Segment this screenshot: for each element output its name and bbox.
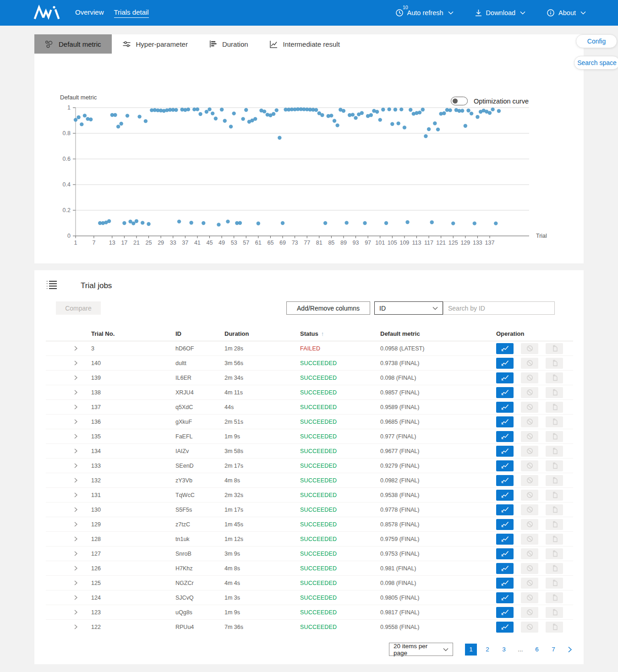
expand-chevron-icon[interactable]: [46, 507, 91, 512]
expand-chevron-icon[interactable]: [46, 346, 91, 351]
intermediate-result-button[interactable]: [496, 622, 514, 633]
auto-refresh-menu[interactable]: 10 Auto refresh: [395, 9, 454, 17]
table-row[interactable]: 127 SnroB 3m 9s SUCCEEDED 0.9753 (FINAL): [46, 546, 573, 561]
kill-trial-button: [521, 592, 538, 603]
search-space-button[interactable]: Search space: [574, 56, 618, 70]
table-row[interactable]: 132 zY3Vb 4m 8s SUCCEEDED 0.0982 (FINAL): [46, 473, 573, 487]
table-row[interactable]: 134 IAIZv 3m 58s SUCCEEDED 0.9677 (FINAL…: [46, 443, 573, 458]
intermediate-result-button[interactable]: [496, 563, 514, 574]
table-row[interactable]: 135 FaEFL 1m 9s SUCCEEDED 0.977 (FINAL): [46, 429, 573, 443]
expand-chevron-icon[interactable]: [46, 419, 91, 424]
nav-overview[interactable]: Overview: [75, 8, 104, 17]
header-duration[interactable]: Duration: [224, 330, 300, 337]
intermediate-result-button[interactable]: [496, 446, 514, 457]
items-per-page-dropdown[interactable]: 20 items per page: [389, 643, 453, 656]
cell-metric: 0.9753 (FINAL): [380, 551, 496, 557]
search-input[interactable]: [443, 301, 555, 315]
search-filter-dropdown[interactable]: ID: [374, 301, 443, 315]
compare-button[interactable]: Compare: [56, 301, 101, 315]
table-row[interactable]: 136 gXkuF 2m 51s SUCCEEDED 0.9685 (FINAL…: [46, 414, 573, 429]
expand-chevron-icon[interactable]: [46, 595, 91, 600]
intermediate-result-button[interactable]: [496, 372, 514, 383]
svg-text:117: 117: [424, 240, 433, 246]
table-row[interactable]: 3 hD6OF 1m 28s FAILED 0.0958 (LATEST): [46, 341, 573, 355]
intermediate-result-button[interactable]: [496, 358, 514, 369]
expand-chevron-icon[interactable]: [46, 361, 91, 366]
cell-id: H7Khz: [175, 565, 224, 572]
table-row[interactable]: 130 S5F5s 1m 17s SUCCEEDED 0.9778 (FINAL…: [46, 502, 573, 517]
intermediate-result-button[interactable]: [496, 460, 514, 471]
expand-chevron-icon[interactable]: [46, 404, 91, 410]
nav-trials-detail[interactable]: Trials detail: [114, 8, 149, 18]
config-button[interactable]: Config: [576, 34, 617, 48]
header-default-metric[interactable]: Default metric: [380, 330, 496, 337]
default-metric-scatter-chart[interactable]: 00.20.40.60.8117131721252933374145495357…: [34, 98, 584, 254]
tab-default-metric[interactable]: Default metric: [34, 34, 112, 54]
page-button-1[interactable]: 1: [465, 644, 477, 656]
intermediate-result-button[interactable]: [496, 387, 514, 398]
about-menu[interactable]: About: [547, 9, 586, 17]
intermediate-result-button[interactable]: [496, 416, 514, 427]
expand-chevron-icon[interactable]: [46, 463, 91, 468]
expand-chevron-icon[interactable]: [46, 624, 91, 629]
intermediate-result-button[interactable]: [496, 490, 514, 501]
table-row[interactable]: 125 NGZCr 4m 4s SUCCEEDED 0.098 (FINAL): [46, 575, 573, 590]
page-button-7[interactable]: 7: [547, 644, 559, 656]
table-row[interactable]: 124 SJCvQ 1m 3s SUCCEEDED 0.9805 (FINAL): [46, 590, 573, 605]
intermediate-result-button[interactable]: [496, 343, 514, 354]
intermediate-result-button[interactable]: [496, 534, 514, 545]
intermediate-result-button[interactable]: [496, 475, 514, 486]
intermediate-result-button[interactable]: [496, 607, 514, 618]
tab-intermediate-result[interactable]: Intermediate result: [259, 34, 350, 54]
svg-text:81: 81: [316, 240, 323, 246]
table-row[interactable]: 128 tn1uk 1m 12s SUCCEEDED 0.9759 (FINAL…: [46, 531, 573, 546]
expand-chevron-icon[interactable]: [46, 610, 91, 615]
expand-chevron-icon[interactable]: [46, 580, 91, 585]
intermediate-result-button[interactable]: [496, 592, 514, 603]
table-row[interactable]: 140 dultt 3m 56s SUCCEEDED 0.9738 (FINAL…: [46, 355, 573, 370]
expand-chevron-icon[interactable]: [46, 390, 91, 395]
expand-chevron-icon[interactable]: [46, 522, 91, 527]
page-button-6[interactable]: 6: [531, 644, 543, 656]
intermediate-result-button[interactable]: [496, 548, 514, 559]
expand-chevron-icon[interactable]: [46, 448, 91, 453]
table-row[interactable]: 126 H7Khz 4m 8s SUCCEEDED 0.981 (FINAL): [46, 561, 573, 575]
expand-chevron-icon[interactable]: [46, 478, 91, 483]
bar-chart-icon: [209, 40, 217, 48]
expand-chevron-icon[interactable]: [46, 375, 91, 380]
page-button-2[interactable]: 2: [481, 644, 493, 656]
scatter-icon: [45, 40, 54, 49]
table-row[interactable]: 139 IL6ER 2m 34s SUCCEEDED 0.098 (FINAL): [46, 370, 573, 385]
intermediate-result-button[interactable]: [496, 578, 514, 589]
table-row[interactable]: 137 q5XdC 44s SUCCEEDED 0.9589 (FINAL): [46, 399, 573, 414]
header-id[interactable]: ID: [175, 330, 224, 337]
table-row[interactable]: 129 z7tzC 1m 45s SUCCEEDED 0.8578 (FINAL…: [46, 517, 573, 531]
expand-chevron-icon[interactable]: [46, 566, 91, 571]
expand-chevron-icon[interactable]: [46, 492, 91, 497]
expand-chevron-icon[interactable]: [46, 434, 91, 439]
table-row[interactable]: 123 uQg8s 1m 9s SUCCEEDED 0.9817 (FINAL): [46, 605, 573, 619]
svg-text:0.2: 0.2: [63, 207, 71, 213]
add-remove-columns-button[interactable]: Add/Remove columns: [286, 301, 370, 315]
download-menu[interactable]: Download: [475, 9, 526, 17]
table-body: 3 hD6OF 1m 28s FAILED 0.0958 (LATEST): [46, 341, 573, 634]
header-trial-no[interactable]: Trial No.: [91, 330, 175, 337]
copy-trial-button: [546, 372, 563, 383]
line-chart-icon: [269, 40, 278, 49]
expand-chevron-icon[interactable]: [46, 551, 91, 556]
table-row[interactable]: 133 SEenD 2m 17s SUCCEEDED 0.9279 (FINAL…: [46, 458, 573, 473]
tab-duration[interactable]: Duration: [198, 34, 259, 54]
tab-hyper-parameter[interactable]: Hyper-parameter: [112, 34, 198, 54]
cell-duration: 1m 28s: [224, 345, 300, 352]
intermediate-result-button[interactable]: [496, 431, 514, 442]
header-status[interactable]: Status↑: [300, 330, 380, 337]
table-row[interactable]: 131 TqWcC 2m 32s SUCCEEDED 0.9538 (FINAL…: [46, 487, 573, 502]
table-row[interactable]: 122 RPUu4 7m 36s SUCCEEDED 0.9558 (FINAL…: [46, 619, 573, 634]
page-button-3[interactable]: 3: [498, 644, 510, 656]
intermediate-result-button[interactable]: [496, 402, 514, 413]
table-row[interactable]: 138 XRJU4 4m 11s SUCCEEDED 0.9857 (FINAL…: [46, 385, 573, 399]
next-page-button[interactable]: [567, 646, 573, 653]
intermediate-result-button[interactable]: [496, 504, 514, 515]
intermediate-result-button[interactable]: [496, 519, 514, 530]
expand-chevron-icon[interactable]: [46, 536, 91, 541]
